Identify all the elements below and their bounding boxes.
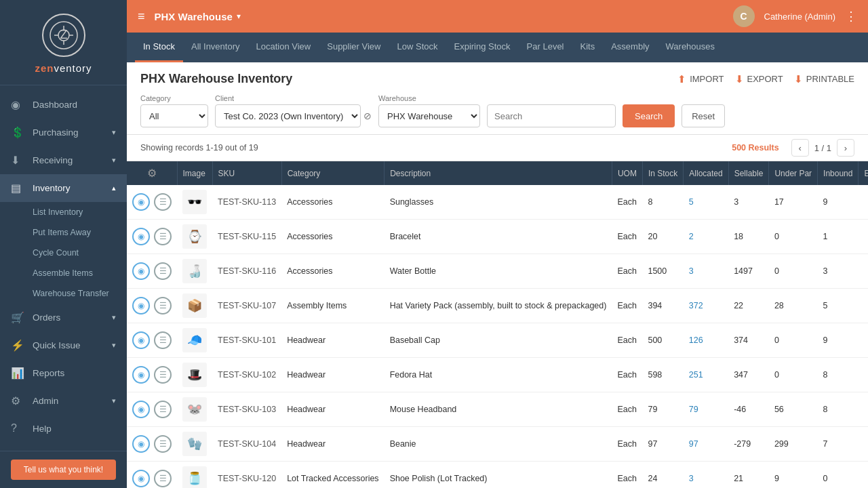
- table-row: ◉ ☰ ⌚ TEST-SKU-115 Accessories Bracelet …: [127, 220, 868, 254]
- row-category: Assembly Items: [281, 289, 384, 323]
- reset-btn-group: Reset: [682, 94, 725, 127]
- col-inbound: Inbound: [818, 161, 859, 185]
- menu-icon[interactable]: ☰: [154, 401, 172, 418]
- search-button[interactable]: Search: [623, 104, 675, 127]
- view-icon[interactable]: ◉: [132, 297, 150, 314]
- allocated-link[interactable]: 3: [689, 266, 694, 276]
- sidebar-item-label: Inventory: [33, 183, 71, 193]
- view-icon[interactable]: ◉: [132, 262, 150, 280]
- tab-in-stock[interactable]: In Stock: [135, 33, 183, 62]
- sidebar-item-help[interactable]: ? Help: [0, 415, 127, 442]
- user-name: Catherine (Admin): [764, 12, 836, 22]
- page-content: PHX Warehouse Inventory ⬆ IMPORT ⬇ EXPOR…: [127, 62, 868, 488]
- row-image: 🫙: [177, 462, 212, 489]
- tab-location-view[interactable]: Location View: [248, 33, 319, 62]
- sidebar-subitem-list-inventory[interactable]: List Inventory: [0, 202, 127, 222]
- sidebar-item-reports[interactable]: 📊 Reports: [0, 359, 127, 387]
- menu-icon[interactable]: ☰: [154, 366, 172, 384]
- sidebar-item-purchasing[interactable]: 💲 Purchasing ▾: [0, 119, 127, 146]
- next-page-button[interactable]: ›: [837, 139, 854, 157]
- row-actions: ◉ ☰: [127, 392, 177, 427]
- sidebar-item-orders[interactable]: 🛒 Orders ▾: [0, 304, 127, 331]
- menu-icon[interactable]: ☰: [154, 262, 172, 280]
- tab-assembly[interactable]: Assembly: [603, 33, 657, 62]
- sidebar-item-receiving[interactable]: ⬇ Receiving ▾: [0, 146, 127, 174]
- table-row: ◉ ☰ 🐭 TEST-SKU-103 Headwear Mouse Headba…: [127, 392, 868, 427]
- category-select[interactable]: All: [140, 104, 208, 127]
- menu-icon[interactable]: ☰: [154, 435, 172, 453]
- sidebar-item-dashboard[interactable]: ◉ Dashboard: [0, 91, 127, 119]
- export-button[interactable]: ⬇ EXPORT: [735, 73, 783, 85]
- allocated-link[interactable]: 2: [689, 232, 694, 241]
- tab-warehouses[interactable]: Warehouses: [658, 33, 724, 62]
- orders-icon: 🛒: [11, 311, 26, 324]
- more-options-icon[interactable]: ⋮: [845, 9, 857, 24]
- allocated-link[interactable]: 251: [689, 370, 703, 380]
- sidebar-item-inventory[interactable]: ▤ Inventory ▴: [0, 174, 127, 202]
- allocated-link[interactable]: 3: [689, 474, 694, 483]
- admin-icon: ⚙: [11, 394, 26, 407]
- row-uom: Each: [612, 185, 642, 220]
- tab-supplier-view[interactable]: Supplier View: [319, 33, 389, 62]
- header-actions: ⬆ IMPORT ⬇ EXPORT ⬇ PRINTABLE: [677, 73, 854, 85]
- view-icon[interactable]: ◉: [132, 470, 150, 487]
- prev-page-button[interactable]: ‹: [791, 139, 809, 157]
- warehouse-dropdown-icon[interactable]: ▾: [237, 12, 241, 21]
- view-icon[interactable]: ◉: [132, 228, 150, 245]
- tab-expiring-stock[interactable]: Expiring Stock: [446, 33, 518, 62]
- tab-low-stock[interactable]: Low Stock: [389, 33, 446, 62]
- menu-icon[interactable]: ☰: [154, 470, 172, 487]
- allocated-link[interactable]: 372: [689, 301, 703, 310]
- sidebar-subitem-assemble-items[interactable]: Assemble Items: [0, 263, 127, 283]
- feedback-button[interactable]: Tell us what you think!: [11, 460, 116, 480]
- printable-button[interactable]: ⬇ PRINTABLE: [794, 73, 854, 85]
- menu-icon[interactable]: ☰: [154, 193, 172, 211]
- warehouse-select[interactable]: PHX Warehouse: [378, 104, 480, 127]
- row-sellable: 21: [728, 462, 769, 489]
- sidebar-item-label: Orders: [33, 312, 60, 323]
- allocated-link[interactable]: 126: [689, 336, 703, 345]
- client-filter-wrap: Test Co. 2023 (Own Inventory) ⊘: [215, 104, 372, 127]
- row-inbound: 7: [818, 427, 859, 462]
- menu-icon[interactable]: ☰: [154, 228, 172, 245]
- tab-kits[interactable]: Kits: [572, 33, 604, 62]
- search-input[interactable]: [487, 104, 616, 127]
- allocated-link[interactable]: 5: [689, 197, 694, 207]
- client-select[interactable]: Test Co. 2023 (Own Inventory): [215, 104, 361, 127]
- sidebar-subitem-warehouse-transfer[interactable]: Warehouse Transfer: [0, 283, 127, 304]
- view-icon[interactable]: ◉: [132, 366, 150, 384]
- tab-all-inventory[interactable]: All Inventory: [183, 33, 248, 62]
- allocated-link[interactable]: 97: [689, 439, 698, 449]
- sidebar-item-admin[interactable]: ⚙ Admin ▾: [0, 387, 127, 415]
- row-sellable: -46: [728, 392, 769, 427]
- row-allocated: 251: [684, 358, 728, 392]
- view-icon[interactable]: ◉: [132, 331, 150, 349]
- row-category: Headwear: [281, 323, 384, 358]
- sidebar-subitem-put-items-away[interactable]: Put Items Away: [0, 222, 127, 243]
- filter-row: Category All Client Test Co. 2023 (Own I…: [140, 94, 854, 127]
- filter-funnel-icon[interactable]: ⊘: [363, 110, 372, 121]
- row-image: 🧢: [177, 323, 212, 358]
- menu-icon[interactable]: ☰: [154, 297, 172, 314]
- row-category: Headwear: [281, 392, 384, 427]
- product-image: 🧤: [182, 432, 207, 456]
- settings-icon[interactable]: ⚙: [147, 167, 157, 179]
- search-filter: [487, 94, 616, 127]
- import-button[interactable]: ⬆ IMPORT: [677, 73, 724, 85]
- product-image: 🧢: [182, 328, 207, 352]
- view-icon[interactable]: ◉: [132, 435, 150, 453]
- sidebar-item-quick-issue[interactable]: ⚡ Quick Issue ▾: [0, 331, 127, 359]
- view-icon[interactable]: ◉: [132, 193, 150, 211]
- inventory-icon: ▤: [11, 182, 26, 195]
- sidebar-subitem-cycle-count[interactable]: Cycle Count: [0, 243, 127, 263]
- allocated-link[interactable]: 79: [689, 405, 698, 414]
- reset-button[interactable]: Reset: [682, 104, 725, 127]
- view-icon[interactable]: ◉: [132, 401, 150, 418]
- tab-par-level[interactable]: Par Level: [519, 33, 572, 62]
- hamburger-icon[interactable]: ≡: [138, 9, 145, 24]
- menu-icon[interactable]: ☰: [154, 331, 172, 349]
- row-under-par: 0: [769, 358, 818, 392]
- user-avatar: C: [733, 5, 755, 27]
- row-uom: Each: [612, 323, 642, 358]
- row-inbound: 5: [818, 289, 859, 323]
